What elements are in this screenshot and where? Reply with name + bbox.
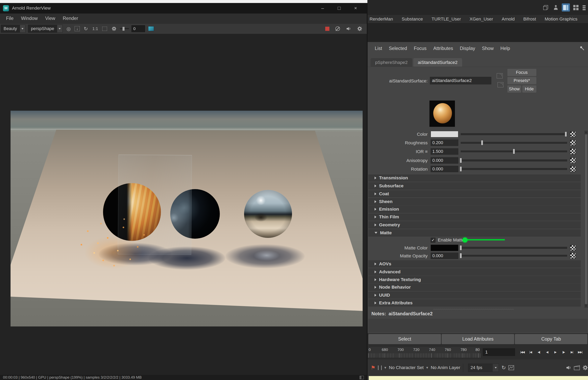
section-aovs[interactable]: AOVs: [368, 260, 581, 267]
color-map-button[interactable]: [570, 131, 576, 137]
animation-preferences-icon[interactable]: [582, 365, 588, 370]
shelf-tab-xgen[interactable]: XGen_User: [470, 17, 493, 22]
attribute-editor-toggle-icon[interactable]: [562, 3, 570, 12]
shelf-tab-arnold[interactable]: Arnold: [502, 17, 515, 22]
roughness-slider-handle[interactable]: [481, 140, 483, 145]
ae-menu-focus[interactable]: Focus: [410, 46, 430, 51]
swatch-popin-icon[interactable]: [498, 82, 503, 87]
copy-tab-button[interactable]: Copy Tab: [515, 334, 587, 344]
next-key-button[interactable]: ▶|: [568, 348, 576, 356]
close-button[interactable]: ×: [347, 3, 364, 14]
exposure-field[interactable]: [131, 25, 145, 32]
hide-button[interactable]: Hide: [522, 85, 536, 93]
maximize-button[interactable]: □: [331, 3, 347, 14]
show-button[interactable]: Show: [507, 85, 522, 93]
menu-file[interactable]: File: [2, 13, 17, 23]
ae-menu-attributes[interactable]: Attributes: [430, 46, 456, 51]
previous-key-button[interactable]: |◀: [527, 348, 535, 356]
character-controls-icon[interactable]: [552, 3, 560, 12]
scroll-up-icon[interactable]: [585, 131, 588, 134]
dock-panel-icon[interactable]: [360, 376, 364, 379]
stop-render-icon[interactable]: [325, 27, 329, 31]
audio-notify-icon[interactable]: [346, 26, 351, 31]
matte-color-map-button[interactable]: [570, 245, 576, 251]
section-matte[interactable]: Matte: [368, 229, 581, 236]
titlebar[interactable]: M Arnold RenderView – □ ×: [0, 3, 367, 14]
section-emission[interactable]: Emission: [368, 206, 581, 213]
render-viewport[interactable]: [0, 34, 367, 375]
play-backwards-button[interactable]: ◀: [543, 348, 551, 356]
ior-map-button[interactable]: [570, 149, 576, 154]
go-to-start-button[interactable]: |◀◀: [518, 348, 526, 356]
menu-window[interactable]: Window: [17, 13, 41, 23]
section-advanced[interactable]: Advanced: [368, 268, 581, 275]
shelf-tab-motion-graphics[interactable]: Motion Graphics: [545, 17, 577, 22]
menu-view[interactable]: View: [41, 13, 59, 23]
ae-scrollbar[interactable]: [584, 131, 588, 308]
ior-field[interactable]: [431, 148, 458, 155]
workspace-icon[interactable]: [582, 3, 587, 12]
color-swatch[interactable]: [431, 131, 458, 137]
tool-settings-icon[interactable]: [572, 3, 580, 12]
section-sheen[interactable]: Sheen: [368, 198, 581, 205]
chevron-down-icon[interactable]: ▾: [426, 365, 428, 370]
node-name-field[interactable]: [430, 77, 491, 84]
scroll-down-icon[interactable]: [585, 304, 588, 308]
anisotropy-field[interactable]: [431, 157, 458, 164]
minimize-button[interactable]: –: [314, 3, 331, 14]
ior-slider[interactable]: [461, 151, 567, 152]
modeling-toolkit-icon[interactable]: [541, 3, 550, 12]
ae-menu-list[interactable]: List: [371, 46, 386, 51]
matte-color-slider-handle[interactable]: [460, 245, 462, 250]
enable-matte-checkbox[interactable]: ✓: [431, 238, 436, 243]
presets-button[interactable]: Presets*: [507, 77, 536, 84]
shelf-tab-turtle[interactable]: TURTLE_User: [431, 17, 461, 22]
rotation-slider[interactable]: [461, 168, 567, 170]
camera-target-icon[interactable]: ◎: [65, 25, 72, 32]
fps-select[interactable]: 24 fps: [468, 364, 499, 372]
matte-opacity-field[interactable]: [431, 253, 458, 259]
keyframe-icon[interactable]: [378, 365, 382, 370]
anim-layer-label[interactable]: No Anim Layer: [431, 365, 460, 370]
section-hardware-texturing[interactable]: Hardware Texturing: [368, 276, 581, 283]
ae-menu-display[interactable]: Display: [457, 46, 479, 51]
bookmark-flag-icon[interactable]: ⚑: [371, 365, 375, 371]
notes-textarea[interactable]: [368, 319, 588, 332]
current-frame-field[interactable]: [483, 348, 515, 356]
color-slider[interactable]: [461, 133, 567, 135]
chevron-down-icon[interactable]: ▾: [384, 365, 386, 370]
rotation-slider-handle[interactable]: [460, 166, 462, 171]
zoom-1-1-icon[interactable]: 1:1: [92, 25, 99, 32]
save-image-icon[interactable]: ↓: [75, 26, 80, 31]
section-geometry[interactable]: Geometry: [368, 221, 581, 228]
roughness-map-button[interactable]: [570, 140, 576, 146]
ae-menu-help[interactable]: Help: [497, 46, 513, 51]
section-uuid[interactable]: UUID: [368, 292, 581, 299]
playblast-icon[interactable]: [574, 365, 580, 370]
mute-speaker-icon[interactable]: [566, 365, 571, 370]
material-preview-swatch[interactable]: [429, 100, 455, 127]
anisotropy-slider[interactable]: [461, 159, 567, 161]
play-forwards-button[interactable]: ▶: [552, 348, 559, 356]
matte-opacity-map-button[interactable]: [570, 253, 576, 258]
camera-select[interactable]: perspShape: [28, 25, 62, 33]
rendered-image[interactable]: [11, 111, 363, 326]
shelf-tab-substance[interactable]: Substance: [402, 17, 423, 22]
section-extra-attributes[interactable]: Extra Attributes: [368, 299, 581, 306]
snapshot-icon[interactable]: [148, 25, 155, 32]
loop-playback-icon[interactable]: ↻: [501, 365, 506, 371]
ae-menu-selected[interactable]: Selected: [386, 46, 410, 51]
select-button[interactable]: Select: [368, 334, 441, 344]
gamma-gear-icon[interactable]: [111, 25, 117, 32]
tab-psphereshape2[interactable]: pSphereShape2: [371, 58, 412, 67]
graph-editor-icon[interactable]: [508, 365, 514, 370]
section-node-behavior[interactable]: Node Behavior: [368, 284, 581, 291]
ae-scrollbar-thumb[interactable]: [585, 134, 588, 304]
menu-render[interactable]: Render: [59, 13, 82, 23]
roughness-slider[interactable]: [461, 142, 567, 144]
section-transmission[interactable]: Transmission: [368, 174, 581, 182]
shelf-tab-renderman[interactable]: RenderMan: [370, 17, 393, 22]
anisotropy-slider-handle[interactable]: [460, 158, 462, 163]
anisotropy-map-button[interactable]: [570, 158, 576, 163]
character-set-label[interactable]: No Character Set: [389, 365, 424, 370]
